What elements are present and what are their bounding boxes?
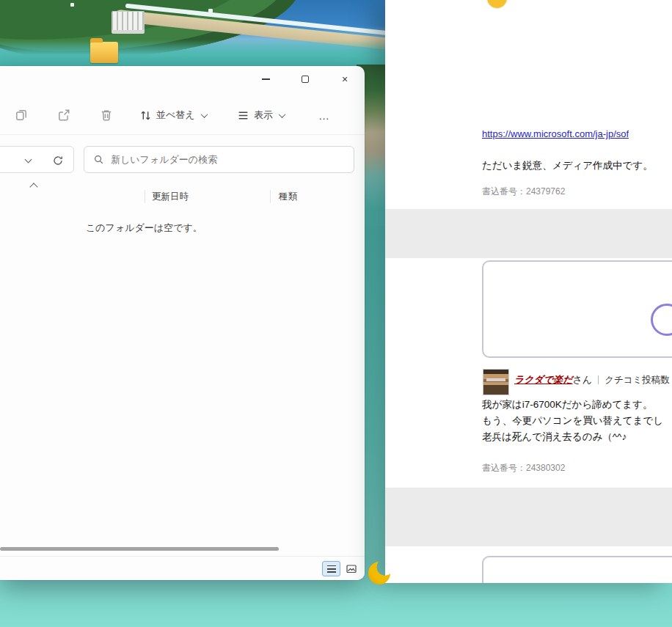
close-button[interactable]: × bbox=[325, 66, 365, 92]
copy-icon bbox=[15, 109, 28, 122]
status-bar bbox=[0, 556, 365, 580]
post2-number: 書込番号：24380302 bbox=[482, 462, 565, 474]
column-header-type[interactable]: 種類 bbox=[279, 191, 297, 203]
post2-body-line: もう、今更パソコンを買い替えてまでし bbox=[482, 413, 672, 429]
sort-label: 並べ替え bbox=[156, 109, 195, 122]
address-bar[interactable] bbox=[0, 146, 74, 173]
close-icon: × bbox=[342, 74, 348, 84]
search-input[interactable] bbox=[111, 154, 345, 165]
chevron-down-icon bbox=[200, 111, 208, 118]
post1-number: 書込番号：24379762 bbox=[482, 186, 565, 198]
desktop: × bbox=[0, 0, 672, 627]
post2-header: ラクダで楽ださんクチコミ投稿数： bbox=[514, 373, 672, 386]
thumbnails-view-icon bbox=[346, 564, 357, 574]
empty-folder-message: このフォルダーは空です。 bbox=[86, 221, 202, 235]
file-explorer-window: × bbox=[0, 66, 365, 580]
post1-link[interactable]: https://www.microsoft.com/ja-jp/sof bbox=[482, 128, 629, 139]
window-caption-buttons: × bbox=[246, 66, 365, 92]
command-bar: 並べ替え 表示 … bbox=[0, 95, 365, 135]
sort-button[interactable]: 並べ替え bbox=[139, 95, 207, 135]
refresh-icon bbox=[52, 155, 64, 166]
maximize-button[interactable] bbox=[285, 66, 325, 92]
post2-meta: クチコミ投稿数： bbox=[605, 375, 672, 385]
view-icon bbox=[237, 109, 249, 122]
column-headers: 更新日時 種類 bbox=[0, 188, 365, 205]
details-view-button[interactable] bbox=[322, 561, 340, 576]
column-header-modified[interactable]: 更新日時 bbox=[152, 191, 189, 203]
comment-box[interactable] bbox=[482, 556, 672, 583]
maximize-icon bbox=[302, 76, 309, 83]
meta-separator bbox=[598, 375, 599, 384]
chevron-down-icon bbox=[279, 111, 286, 118]
minimize-icon bbox=[262, 78, 270, 80]
delete-button[interactable] bbox=[100, 95, 113, 135]
refresh-button[interactable] bbox=[51, 153, 65, 168]
post2-body-line: 老兵は死んで消え去るのみ（^^♪ bbox=[482, 429, 672, 445]
share-icon bbox=[57, 109, 70, 122]
wallpaper-building-small bbox=[208, 9, 213, 12]
details-view-icon bbox=[327, 565, 336, 573]
trash-icon bbox=[100, 109, 113, 122]
post2-body: 我が家はi7-6700Kだから諦めてます。 もう、今更パソコンを買い替えてまでし… bbox=[482, 397, 672, 445]
section-divider bbox=[385, 209, 672, 258]
sort-icon bbox=[139, 109, 152, 122]
sticky-note-curl bbox=[368, 562, 390, 584]
more-icon: … bbox=[318, 109, 330, 122]
more-button[interactable]: … bbox=[318, 95, 330, 135]
post2-avatar[interactable] bbox=[483, 370, 508, 395]
section-divider bbox=[385, 488, 672, 546]
comment-box[interactable] bbox=[482, 260, 672, 358]
forum-panel: https://www.microsoft.com/ja-jp/sof ただいま… bbox=[385, 0, 672, 583]
copy-button[interactable] bbox=[15, 95, 28, 135]
post2-username-suffix: さん bbox=[573, 374, 593, 385]
wallpaper-building-small bbox=[70, 3, 74, 7]
address-row bbox=[0, 144, 365, 176]
desktop-folder-icon[interactable] bbox=[90, 42, 118, 63]
post2-body-line: 我が家はi7-6700Kだから諦めてます。 bbox=[482, 397, 672, 413]
wallpaper-building bbox=[112, 11, 145, 34]
share-button[interactable] bbox=[57, 95, 70, 135]
post2-username-link[interactable]: ラクダで楽だ bbox=[514, 374, 573, 385]
chevron-down-icon[interactable] bbox=[25, 156, 32, 164]
search-icon bbox=[93, 154, 104, 165]
column-separator[interactable] bbox=[145, 190, 145, 203]
minimize-button[interactable] bbox=[246, 66, 285, 92]
post1-avatar[interactable] bbox=[487, 0, 507, 8]
view-label: 表示 bbox=[254, 109, 273, 122]
search-box[interactable] bbox=[84, 146, 354, 173]
view-button[interactable]: 表示 bbox=[237, 95, 285, 135]
column-separator[interactable] bbox=[270, 190, 271, 203]
thumbnails-view-button[interactable] bbox=[342, 561, 360, 576]
hscroll-thumb[interactable] bbox=[0, 547, 279, 551]
horizontal-scrollbar[interactable] bbox=[0, 546, 365, 551]
post1-body: ただいま鋭意、メディア作成中です。 bbox=[482, 159, 653, 172]
